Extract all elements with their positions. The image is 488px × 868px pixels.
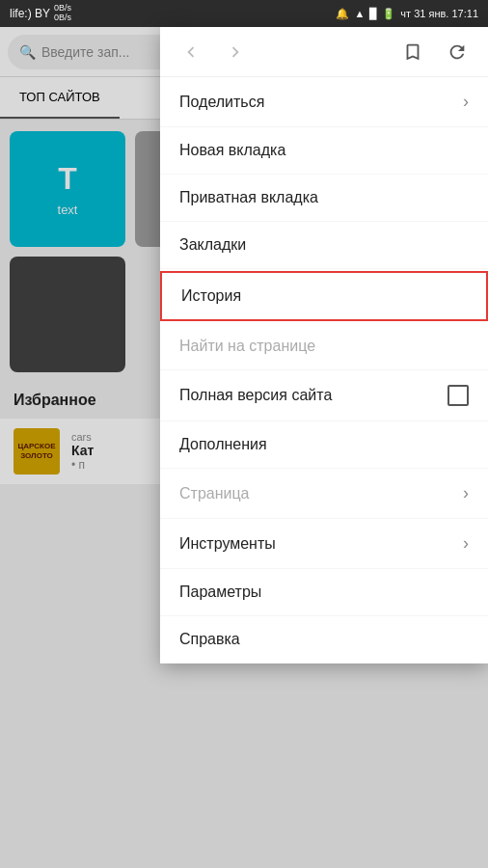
menu-item-find-on-page: Найти на странице (160, 323, 488, 370)
menu-item-label-new-tab: Новая вкладка (179, 142, 469, 159)
menu-item-label-settings: Параметры (179, 583, 469, 601)
menu-item-label-help: Справка (179, 631, 469, 648)
status-left: life:) BY 0B/s 0B/s (10, 4, 71, 23)
menu-item-label-addons: Дополнения (179, 436, 469, 453)
chevron-icon-share: › (463, 92, 469, 112)
reload-button[interactable] (440, 35, 474, 69)
checkbox-full-site[interactable] (447, 385, 469, 406)
battery-icon: 🔋 (382, 8, 395, 20)
forward-button[interactable] (218, 35, 253, 69)
menu-item-help[interactable]: Справка (160, 616, 488, 664)
menu-item-bookmarks[interactable]: Закладки (160, 222, 488, 269)
menu-item-tools[interactable]: Инструменты› (160, 519, 488, 569)
bookmark-button[interactable] (395, 35, 430, 69)
carrier-label: life:) BY (10, 7, 50, 20)
notification-icon: 🔔 (336, 8, 349, 20)
menu-item-full-site[interactable]: Полная версия сайта (160, 370, 488, 421)
back-button[interactable] (174, 35, 208, 69)
signal-icon: ▉ (369, 8, 377, 20)
menu-item-new-tab[interactable]: Новая вкладка (160, 127, 488, 175)
status-right: 🔔 ▲ ▉ 🔋 чт 31 янв. 17:11 (336, 8, 478, 20)
menu-toolbar (160, 27, 488, 77)
menu-items-container: Поделиться›Новая вкладкаПриватная вкладк… (160, 77, 488, 664)
data-speed: 0B/s 0B/s (54, 4, 71, 23)
menu-item-label-history: История (181, 287, 467, 305)
menu-item-label-page: Страница (179, 485, 463, 502)
menu-item-label-full-site: Полная версия сайта (179, 387, 447, 404)
datetime-label: чт 31 янв. 17:11 (400, 8, 478, 19)
menu-item-addons[interactable]: Дополнения (160, 421, 488, 469)
menu-item-label-bookmarks: Закладки (179, 236, 469, 254)
menu-item-share[interactable]: Поделиться› (160, 77, 488, 127)
menu-item-label-find-on-page: Найти на странице (179, 338, 469, 355)
dropdown-menu: Поделиться›Новая вкладкаПриватная вкладк… (160, 27, 488, 664)
chevron-icon-page: › (463, 483, 469, 503)
menu-item-settings[interactable]: Параметры (160, 569, 488, 616)
menu-item-label-tools: Инструменты (179, 535, 463, 553)
menu-item-history[interactable]: История (160, 271, 488, 321)
menu-item-label-share: Поделиться (179, 94, 463, 111)
wifi-icon: ▲ (354, 8, 365, 19)
chevron-icon-tools: › (463, 533, 469, 554)
menu-item-private-tab[interactable]: Приватная вкладка (160, 175, 488, 222)
status-bar: life:) BY 0B/s 0B/s 🔔 ▲ ▉ 🔋 чт 31 янв. 1… (0, 0, 488, 27)
menu-item-page: Страница› (160, 469, 488, 519)
menu-item-label-private-tab: Приватная вкладка (179, 189, 469, 206)
